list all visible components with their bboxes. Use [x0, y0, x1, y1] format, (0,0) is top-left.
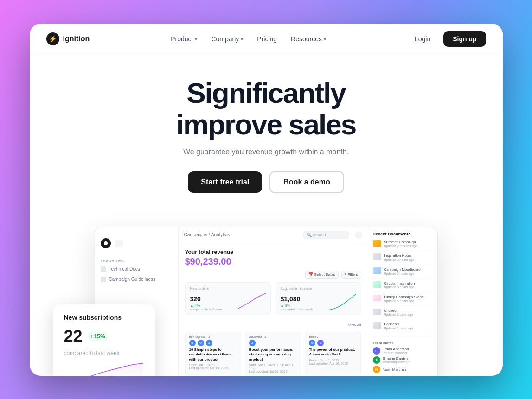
hero-buttons: Start free trial Book a demo: [48, 171, 484, 193]
recent-docs-title: Recent Documents: [373, 232, 433, 236]
nav-links: Product ▾ Company ▾ Pricing Resources ▾: [90, 32, 407, 45]
dashboard-topbar: Campaigns / Analytics 🔍 Search: [179, 227, 368, 243]
start-trial-button[interactable]: Start free trial: [188, 171, 262, 193]
campaign-icons: G G G: [189, 340, 237, 346]
avatar-noah: N: [373, 366, 380, 373]
campaign-card-3: Ended G G The power of our product: A ne…: [305, 332, 361, 376]
subscriptions-card: New subscriptions 22 ↑ 15% compared to l…: [53, 304, 155, 375]
nav-actions: Login Sign up: [407, 31, 486, 47]
sparkline-chart: [64, 362, 144, 375]
revenue-label: Your total revenue: [185, 249, 361, 255]
nav-pricing[interactable]: Pricing: [251, 32, 282, 45]
doc-icon: [101, 266, 106, 272]
view-all-link[interactable]: View All: [348, 323, 361, 327]
notification-icon[interactable]: [355, 231, 362, 239]
float-card-subtitle: compared to last week: [64, 350, 144, 356]
select-dates-button[interactable]: 📅 Select Dates: [305, 271, 339, 279]
logo-icon: ⚡: [46, 32, 59, 45]
stat-new-orders: New orders 320 ▲ 4% compared to last wee…: [185, 282, 271, 315]
doc-thumbnail: [373, 309, 381, 315]
campaign-icons-3: G G: [309, 340, 357, 346]
doc-thumbnail: [373, 295, 381, 301]
nav-product[interactable]: Product ▾: [165, 32, 203, 45]
float-badge: ↑ 15%: [87, 332, 109, 341]
hero-subtitle: We guarantee you revenue growth within a…: [48, 148, 484, 156]
sidebar-item-campaign-guidelines[interactable]: Campaign Guideliness: [95, 274, 178, 285]
doc-thumbnail: [373, 281, 381, 288]
revenue-value: $90,239.00: [185, 256, 361, 267]
team-member-noah: N Noah Martinez: [373, 366, 433, 373]
doc-icon: [101, 277, 106, 282]
nav-resources[interactable]: Resources ▾: [285, 32, 332, 45]
chevron-down-icon: ▾: [241, 37, 243, 42]
stat-avg-revenue: Avg. order revenue $1,080 ▲ 8% compared …: [276, 282, 361, 315]
team-title: Team Mates: [373, 341, 433, 345]
logo-text: ignition: [63, 35, 90, 43]
doc-thumbnail: [373, 240, 381, 247]
signup-button[interactable]: Sign up: [443, 31, 486, 47]
doc-item-untitled[interactable]: Untitled Updated 2 days ago: [373, 309, 433, 320]
revenue-sparkline: [328, 292, 356, 311]
doc-thumbnail: [373, 267, 381, 274]
avatar-simone: S: [373, 356, 380, 364]
dashboard-content: Your total revenue $90,239.00 📅 Select D…: [179, 243, 368, 376]
doc-item-summer[interactable]: Summer Campaign Updated 2 minutes ago: [373, 240, 433, 251]
sidebar-toggle[interactable]: [115, 240, 123, 247]
doc-item-circular[interactable]: Circular Inspiration Updated 6 hours ago: [373, 281, 433, 292]
filters-button[interactable]: ≡ Filters: [341, 271, 361, 279]
breadcrumb: Campaigns / Analytics: [184, 232, 230, 237]
campaign-icons-2: G: [249, 340, 297, 346]
logo[interactable]: ⚡ ignition: [46, 32, 90, 45]
sidebar-section-favorites: Favorites: [95, 256, 178, 264]
team-member-simone: S Simone Daniels Marketing Manager: [373, 356, 433, 364]
dashboard-preview: New subscriptions 22 ↑ 15% compared to l…: [30, 227, 503, 376]
team-member-ethan: E Ethan Anderson Product Manager: [373, 347, 433, 355]
orders-sparkline: [238, 292, 266, 311]
dashboard-main: Campaigns / Analytics 🔍 Search Your tota…: [179, 227, 368, 376]
main-container: ⚡ ignition Product ▾ Company ▾ Pricing R…: [30, 24, 503, 376]
nav-company[interactable]: Company ▾: [205, 32, 249, 45]
doc-item-inspiration[interactable]: Inspiration Notes Updated 3 hours ago: [373, 253, 433, 265]
chevron-down-icon: ▾: [195, 37, 197, 42]
doc-item-concepts[interactable]: Concepts Updated 2 days ago: [373, 322, 433, 333]
search-input[interactable]: 🔍 Search: [303, 231, 349, 239]
stats-row: New orders 320 ▲ 4% compared to last wee…: [185, 282, 361, 315]
campaign-card-2: Archived · 1 G Boost your performance: s…: [245, 332, 301, 376]
dash-logo-icon: [101, 238, 111, 248]
float-card-value: 22: [64, 327, 83, 346]
doc-thumbnail: [373, 322, 381, 329]
doc-thumbnail: [373, 253, 381, 260]
dashboard-right-panel: Recent Documents Summer Campaign Updated…: [368, 227, 437, 376]
sidebar-item-technical-docs[interactable]: Technical Docs: [95, 264, 178, 274]
sidebar-top: [95, 234, 178, 256]
hero-title: Significantly improve sales: [48, 77, 484, 140]
chevron-down-icon: ▾: [324, 37, 326, 42]
float-card-title: New subscriptions: [64, 314, 144, 321]
hero-section: Significantly improve sales We guarantee…: [30, 55, 503, 227]
login-button[interactable]: Login: [407, 32, 438, 46]
campaigns-row: In Progress · 2 G G G 10 Simple steps to…: [185, 332, 361, 376]
navbar: ⚡ ignition Product ▾ Company ▾ Pricing R…: [30, 24, 503, 55]
doc-item-moodboard[interactable]: Campaign Moodboard Updated 5 hours ago: [373, 267, 433, 279]
book-demo-button[interactable]: Book a demo: [269, 171, 344, 193]
campaign-card-1: In Progress · 2 G G G 10 Simple steps to…: [185, 332, 241, 376]
avatar-ethan: E: [373, 347, 380, 355]
doc-item-luxury[interactable]: Luxury Campaign Steps Updated 6 hours ag…: [373, 295, 433, 306]
team-section: Team Mates E Ethan Anderson Product Mana…: [373, 337, 433, 373]
